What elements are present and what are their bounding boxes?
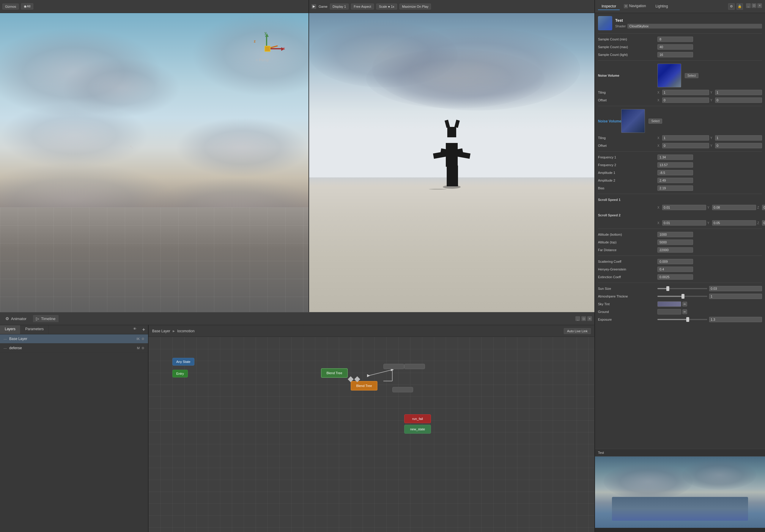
- state-red[interactable]: run_fail: [404, 414, 431, 423]
- entry-node[interactable]: Entry: [172, 370, 188, 377]
- auto-live-link-button[interactable]: Auto Live Link: [564, 328, 591, 334]
- ground-container: ✏: [657, 309, 762, 314]
- extinction-input[interactable]: [657, 274, 693, 280]
- layers-tab[interactable]: Layers: [0, 325, 21, 334]
- state-gray-2[interactable]: [404, 364, 425, 369]
- sun-size-thumb[interactable]: [666, 286, 669, 291]
- shader-label: Shader: [615, 24, 626, 28]
- close-button[interactable]: ✕: [587, 316, 592, 321]
- add-layer-button[interactable]: +: [139, 325, 148, 334]
- lighting-tab[interactable]: Lighting: [652, 3, 671, 10]
- frequency1-input[interactable]: [657, 155, 693, 160]
- animator-tab[interactable]: ⚙ Animator: [2, 315, 29, 322]
- state-green-small[interactable]: new_state: [404, 425, 431, 434]
- blend-tree-orange[interactable]: Blend Tree: [351, 381, 378, 390]
- tiling-x2[interactable]: [662, 135, 709, 141]
- ss2-z[interactable]: [762, 220, 765, 226]
- char-horn-right: [454, 120, 460, 128]
- ss1-z[interactable]: [762, 205, 765, 210]
- layer-name-base: Base Layer: [9, 337, 137, 341]
- tiling-y2[interactable]: [715, 135, 762, 141]
- altitude-top-row: Altitude (top): [598, 239, 762, 246]
- sky-tint-edit-button[interactable]: ✏: [682, 302, 687, 306]
- scene-canvas[interactable]: x y z < Persp ↖: [0, 13, 309, 312]
- aspect-button[interactable]: Free Aspect: [351, 4, 374, 10]
- henyey-input[interactable]: [657, 266, 693, 272]
- navigation-close[interactable]: ✕: [624, 4, 628, 8]
- breadcrumb-base[interactable]: Base Layer: [152, 329, 170, 333]
- divider-7: [598, 256, 762, 256]
- tiling-x1[interactable]: [662, 90, 709, 95]
- layer-item-defense[interactable]: — defense M ⚙: [0, 343, 148, 353]
- test-preview-canvas: [595, 456, 765, 528]
- bias-input[interactable]: [657, 186, 693, 191]
- amplitude2-input[interactable]: [657, 178, 693, 183]
- layer-item-base[interactable]: — Base Layer IK ⚙: [0, 334, 148, 343]
- inspector-lock-button[interactable]: 🔒: [736, 3, 743, 10]
- layer-gear-2[interactable]: ⚙: [142, 346, 145, 350]
- altitude-bottom-input[interactable]: [657, 232, 693, 237]
- any-state-node[interactable]: Any State: [172, 358, 194, 365]
- frequency2-input[interactable]: [657, 162, 693, 168]
- gizmos-button[interactable]: Gizmos: [2, 4, 19, 10]
- ground-swatch[interactable]: [657, 309, 681, 314]
- timeline-tab[interactable]: ▷ Timeline: [33, 315, 59, 322]
- scroll-speed2-xyz: X Y Z W: [657, 220, 765, 226]
- inspector-tab[interactable]: Inspector: [598, 3, 620, 10]
- far-distance-input[interactable]: [657, 247, 693, 253]
- scattering-input[interactable]: [657, 259, 693, 264]
- state-gray-3[interactable]: [392, 387, 413, 392]
- shader-input[interactable]: [627, 24, 762, 29]
- max-button[interactable]: ⊡: [752, 3, 756, 8]
- animator-graph[interactable]: Any State Entry Blend Tree B: [149, 337, 594, 532]
- exposure-input[interactable]: [709, 317, 762, 322]
- amplitude1-input[interactable]: [657, 170, 693, 175]
- tiling-y1[interactable]: [715, 90, 762, 95]
- ss2-y[interactable]: [712, 220, 756, 226]
- atmosphere-label: Atmoshpere Thickne: [598, 294, 657, 298]
- atmosphere-track[interactable]: [657, 296, 707, 297]
- sample-count-light-input[interactable]: [657, 52, 693, 57]
- sun-size-track[interactable]: [657, 288, 707, 289]
- min-button[interactable]: _: [746, 3, 751, 8]
- ss2-x[interactable]: [662, 220, 706, 226]
- select-button-2[interactable]: Select: [648, 119, 662, 124]
- minimize-button[interactable]: _: [575, 316, 580, 321]
- layer-gear-1[interactable]: ⚙: [142, 337, 145, 341]
- navigation-tab[interactable]: ✕ Navigation: [622, 3, 649, 10]
- x-button[interactable]: ✕: [757, 3, 762, 8]
- offset-y2[interactable]: [715, 143, 762, 148]
- offset-y1[interactable]: [715, 98, 762, 103]
- eye-icon-btn[interactable]: 👁: [130, 325, 139, 334]
- game-canvas[interactable]: [309, 13, 594, 312]
- atmosphere-thumb[interactable]: [681, 294, 684, 299]
- scale-button[interactable]: Scale ● 1x: [376, 4, 397, 10]
- maximize-button[interactable]: ⊡: [581, 316, 586, 321]
- divider-2: [598, 60, 762, 61]
- parameters-tab[interactable]: Parameters: [21, 325, 49, 334]
- display-button[interactable]: Display 1: [330, 4, 349, 10]
- altitude-top-input[interactable]: [657, 240, 693, 245]
- ground-edit-button[interactable]: ✏: [682, 309, 687, 314]
- noise-texture-thumb-1[interactable]: [657, 64, 681, 87]
- exposure-thumb[interactable]: [686, 317, 689, 322]
- sample-count-max-input[interactable]: [657, 44, 693, 50]
- sample-count-min-input[interactable]: [657, 37, 693, 42]
- sun-size-input[interactable]: [709, 286, 762, 291]
- exposure-track[interactable]: [657, 319, 707, 320]
- ss1-y[interactable]: [712, 205, 756, 210]
- offset-x2[interactable]: [662, 143, 709, 148]
- ss1-x[interactable]: [662, 205, 706, 210]
- inspector-settings-button[interactable]: ⚙: [728, 3, 735, 10]
- sky-tint-swatch[interactable]: [657, 301, 681, 307]
- atmosphere-input[interactable]: [709, 293, 762, 299]
- select-button-1[interactable]: Select: [685, 73, 698, 78]
- offset-label-1: Offset: [598, 98, 657, 102]
- blend-tree-green[interactable]: Blend Tree: [321, 368, 348, 378]
- all-button[interactable]: ◉All: [21, 3, 33, 10]
- breadcrumb-sub[interactable]: locomotion: [178, 329, 195, 333]
- offset-x1[interactable]: [662, 98, 709, 103]
- maximize-on-play-button[interactable]: Maximize On Play: [399, 4, 431, 10]
- noise-texture-thumb-2[interactable]: [621, 109, 645, 133]
- state-gray-1[interactable]: [383, 364, 404, 369]
